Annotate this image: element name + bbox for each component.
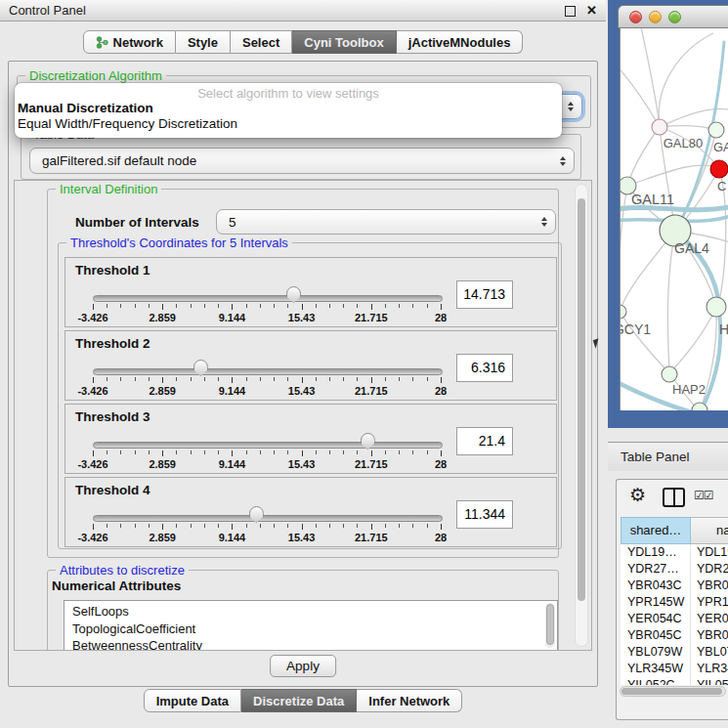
threshold-value-field[interactable]: 11.344 (456, 500, 513, 529)
cell-name: YDR27 (691, 561, 728, 578)
table-row[interactable]: YER054CYER05 (621, 611, 728, 627)
tab-style-label: Style (188, 35, 218, 50)
attributes-list-scrollbar[interactable] (545, 603, 555, 648)
tab-network-label: Network (113, 35, 163, 50)
tab-infer-network[interactable]: Infer Network (357, 689, 462, 712)
tick-label: 28 (411, 312, 470, 323)
attribute-item-topologicalcoefficient[interactable]: TopologicalCoefficient (64, 621, 557, 638)
scrollbar-thumb[interactable] (621, 688, 722, 695)
slider-tick (246, 304, 247, 308)
cell-name: YPR14 (691, 594, 728, 611)
slider-tick (287, 524, 288, 528)
tab-cyni-toolbox-label: Cyni Toolbox (304, 35, 383, 50)
slider-track[interactable] (93, 368, 443, 375)
table-row[interactable]: YBL079WYBL07 (621, 644, 728, 661)
slider-track[interactable] (93, 515, 443, 522)
table-row[interactable]: YPR145WYPR14 (621, 594, 728, 611)
attribute-item-selfloops[interactable]: SelfLoops (64, 603, 557, 621)
tab-style[interactable]: Style (176, 30, 231, 54)
table-data-group: Table Data galFiltered.sif default node (21, 134, 581, 180)
tab-discretize-data[interactable]: Discretize Data (241, 689, 357, 712)
window-close-button[interactable] (629, 11, 642, 23)
network-node[interactable] (662, 366, 677, 382)
slider-tick (412, 450, 413, 454)
column-header-shared-name[interactable]: shared… (621, 517, 691, 544)
network-canvas[interactable]: GAL80GACGAL11GAL4GCY1HHAP2 (620, 28, 728, 410)
slider-tick (287, 450, 288, 454)
tab-network[interactable]: Network (83, 30, 176, 54)
slider-tick (260, 450, 261, 454)
number-of-intervals-combo[interactable]: 5 (216, 209, 556, 235)
select-columns-icon[interactable]: ☑☑ (694, 489, 713, 502)
slider-tick (329, 377, 330, 381)
table-row[interactable]: YBR043CYBR04 (621, 578, 728, 594)
apply-button[interactable]: Apply (270, 655, 336, 677)
close-icon[interactable]: ✕ (586, 0, 597, 21)
slider-tick (343, 377, 344, 381)
threshold-value-field[interactable]: 14.713 (456, 280, 513, 309)
tick-label: 15.43 (273, 532, 331, 543)
vertical-scrollbar[interactable] (575, 184, 588, 647)
slider-tick (120, 524, 121, 528)
float-icon[interactable] (565, 6, 576, 17)
attribute-item-betweennesscentrality[interactable]: BetweennessCentrality (64, 637, 557, 651)
network-node[interactable] (708, 122, 724, 138)
slider-tick (329, 524, 330, 528)
slider-track[interactable] (93, 295, 443, 302)
table-row[interactable]: YDL19…YDL19 (621, 544, 728, 561)
control-panel: Control Panel ✕ NetworkStyleSelectCyni T… (0, 0, 606, 728)
slider-tick (302, 304, 303, 310)
slider-tick (399, 450, 400, 454)
threshold-panel: Threshold 4-3.4262.8599.14415.4321.71528… (64, 477, 557, 547)
tab-impute-data-label: Impute Data (156, 694, 229, 708)
table-row[interactable]: YBR045CYBR04 (621, 627, 728, 644)
slider-tick (427, 304, 428, 308)
scrollbar-thumb[interactable] (546, 604, 554, 645)
slider-tick (357, 450, 358, 454)
slider-tick (135, 304, 136, 308)
tab-jactivemnodules[interactable]: jActiveMNodules (397, 30, 524, 54)
slider-tick (260, 304, 261, 308)
gear-icon[interactable]: ⚙ (629, 484, 646, 506)
threshold-value-field[interactable]: 21.4 (456, 427, 513, 455)
table-row[interactable]: YLR345WYLR34 (621, 661, 728, 677)
column-header-name[interactable]: na (691, 517, 728, 544)
slider-tick (232, 304, 233, 310)
cell-name: YBR04 (691, 578, 728, 594)
tick-label: -3.426 (64, 458, 122, 470)
slider-tick (302, 450, 303, 456)
scrollbar-thumb[interactable] (578, 198, 585, 601)
table-data-combo[interactable]: galFiltered.sif default node (29, 148, 575, 174)
network-node[interactable] (707, 297, 726, 317)
tab-impute-data[interactable]: Impute Data (144, 689, 241, 712)
window-minimize-button[interactable] (649, 11, 662, 23)
slider-tick (107, 524, 107, 528)
network-node[interactable] (710, 160, 728, 178)
algorithm-option-equal-width-frequency-discretization[interactable]: Equal Width/Frequency Discretization (15, 116, 562, 132)
network-node[interactable] (652, 119, 667, 135)
slider-track[interactable] (93, 442, 443, 449)
tick-label: 15.43 (273, 312, 331, 323)
cell-shared-name: YBR045C (621, 627, 691, 644)
tab-infer-network-label: Infer Network (368, 694, 450, 708)
tab-discretize-data-label: Discretize Data (253, 694, 344, 708)
combo-stepper-icon (568, 102, 574, 111)
table-panel-titlebar: Table Panel (608, 442, 728, 471)
slider-tick (287, 304, 288, 308)
slider-tick (107, 304, 107, 308)
cell-name: YBL07 (691, 644, 728, 661)
table-row[interactable]: YDR27…YDR27 (621, 561, 728, 578)
cell-shared-name: YDR27… (621, 561, 691, 578)
network-window-titlebar (618, 5, 728, 28)
network-node[interactable] (621, 305, 626, 319)
threshold-value-field[interactable]: 6.316 (456, 354, 513, 382)
split-columns-icon[interactable] (663, 488, 685, 507)
table-row[interactable]: YIL052CYIL05 (621, 677, 728, 685)
slider-tick (371, 377, 372, 383)
tab-cyni-toolbox[interactable]: Cyni Toolbox (292, 30, 396, 54)
tab-select[interactable]: Select (231, 30, 292, 54)
horizontal-scrollbar[interactable] (620, 686, 726, 697)
window-zoom-button[interactable] (668, 11, 681, 23)
slider-tick (316, 524, 317, 528)
algorithm-option-manual-discretization[interactable]: Manual Discretization (15, 101, 562, 116)
